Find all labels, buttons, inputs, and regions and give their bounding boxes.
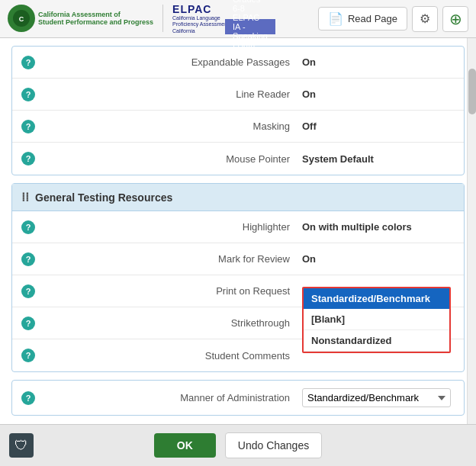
caspp-logo: C California Assessment of Student Perfo… (8, 5, 153, 32)
scrollbar-track[interactable] (467, 38, 476, 424)
caspp-text: California Assessment of Student Perform… (38, 11, 153, 27)
read-page-button[interactable]: 📄 Read Page (318, 7, 407, 31)
masking-label: Masking (35, 121, 302, 132)
divider (162, 5, 163, 32)
gear-icon: ⚙ (420, 11, 430, 26)
dropdown-item-nonstandardized[interactable]: Nonstandardized (304, 330, 449, 352)
line-reader-row: ? Line Reader On (12, 79, 464, 111)
mark-for-review-value: On (302, 253, 455, 265)
shield-icon: 🛡 (9, 433, 34, 458)
exit-button[interactable]: ⊕ (442, 6, 468, 32)
mouse-pointer-help-icon[interactable]: ? (21, 152, 35, 166)
accessibility-section: ? Expandable Passages On ? Line Reader O… (11, 46, 465, 175)
svg-text:C: C (19, 15, 24, 23)
general-testing-section: ⁞⁞ General Testing Resources ? Highlight… (11, 183, 465, 372)
manner-of-administration-label: Manner of Administration (35, 392, 302, 403)
footer: 🛡 OK Undo Changes (0, 424, 476, 466)
highlighter-value: On with multiple colors (302, 221, 455, 233)
elpac-text: ELPAC (172, 3, 211, 15)
mouse-pointer-label: Mouse Pointer (35, 153, 302, 165)
read-page-icon: 📄 (328, 11, 343, 26)
expandable-passages-value: On (302, 56, 455, 68)
manner-of-administration-row: ? Manner of Administration [Blank] Nonst… (12, 381, 464, 415)
ok-button[interactable]: OK (154, 433, 216, 458)
administration-section: ? Manner of Administration [Blank] Nonst… (11, 380, 465, 416)
print-on-request-label: Print on Request (35, 285, 302, 297)
print-on-request-help-icon[interactable]: ? (21, 284, 35, 298)
student-comments-label: Student Comments (35, 350, 302, 362)
main-content: ? Expandable Passages On ? Line Reader O… (0, 38, 476, 424)
mouse-pointer-row: ? Mouse Pointer System Default (12, 143, 464, 175)
manner-of-administration-select-container: [Blank] Nonstandardized Standardized/Ben… (302, 388, 455, 407)
exit-icon: ⊕ (449, 10, 462, 28)
manner-of-administration-help-icon[interactable]: ? (21, 391, 35, 405)
page-title: Grades 6-8 ELPAC IA - Speaking I Data En… (225, 19, 275, 34)
student-comments-row: ? Student Comments Standardized/Benchmar… (12, 339, 464, 371)
masking-value: Off (302, 121, 455, 132)
dropdown-item-blank[interactable]: [Blank] (304, 309, 449, 330)
general-testing-header: ⁞⁞ General Testing Resources (12, 184, 464, 211)
mark-for-review-label: Mark for Review (35, 253, 302, 265)
line-reader-value: On (302, 88, 455, 100)
mark-for-review-help-icon[interactable]: ? (21, 252, 35, 266)
strikethrough-label: Strikethrough (35, 317, 302, 329)
highlighter-label: Highlighter (35, 221, 302, 233)
mouse-pointer-value: System Default (302, 153, 455, 165)
header-actions: Grades 6-8 ELPAC IA - Speaking I Data En… (314, 6, 468, 32)
header-logos: C California Assessment of Student Perfo… (8, 3, 241, 34)
scrollbar-thumb[interactable] (468, 69, 476, 114)
settings-button[interactable]: ⚙ (412, 6, 438, 32)
caspp-icon: C (8, 5, 35, 32)
student-comments-help-icon[interactable]: ? (21, 349, 35, 362)
expandable-passages-help-icon[interactable]: ? (21, 56, 35, 69)
dropdown-popup: Standardized/Benchmark [Blank] Nonstanda… (302, 287, 451, 353)
line-reader-help-icon[interactable]: ? (21, 88, 35, 101)
highlighter-row: ? Highlighter On with multiple colors (12, 211, 464, 243)
mark-for-review-row: ? Mark for Review On (12, 243, 464, 275)
header: C California Assessment of Student Perfo… (0, 0, 476, 38)
line-reader-label: Line Reader (35, 88, 302, 100)
undo-changes-button[interactable]: Undo Changes (225, 432, 322, 458)
section-icon: ⁞⁞ (21, 190, 29, 204)
highlighter-help-icon[interactable]: ? (21, 220, 35, 234)
manner-of-administration-select[interactable]: [Blank] Nonstandardized Standardized/Ben… (302, 388, 451, 407)
masking-help-icon[interactable]: ? (21, 120, 35, 133)
dropdown-header: Standardized/Benchmark (304, 288, 449, 309)
strikethrough-help-icon[interactable]: ? (21, 317, 35, 330)
masking-row: ? Masking Off (12, 111, 464, 143)
